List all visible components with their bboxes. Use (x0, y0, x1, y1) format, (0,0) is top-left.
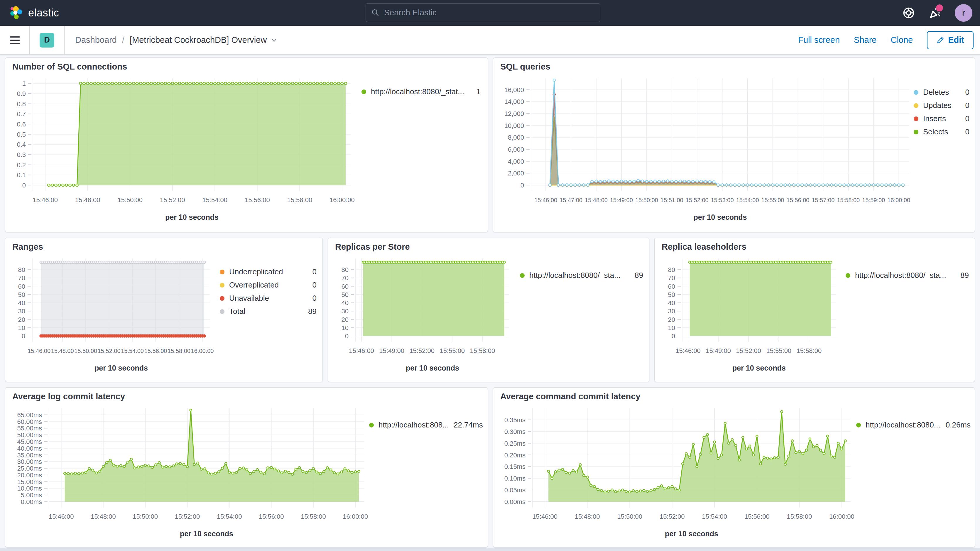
svg-text:35.00ms: 35.00ms (18, 452, 42, 459)
panel-title[interactable]: Replica leaseholders (662, 242, 746, 252)
svg-text:15:58:00: 15:58:00 (797, 347, 822, 354)
legend-swatch (369, 423, 374, 427)
svg-text:per 10 seconds: per 10 seconds (180, 530, 233, 538)
chart-canvas[interactable]: 15:46:0015:49:0015:52:0015:55:0015:58:00… (332, 251, 514, 380)
svg-text:50: 50 (342, 291, 348, 298)
panel-title[interactable]: Ranges (12, 242, 43, 252)
svg-text:10,000: 10,000 (504, 122, 524, 129)
panel-sql-connections: Number of SQL connections 15:46:0015:48:… (5, 57, 488, 233)
svg-text:15:46:00: 15:46:00 (27, 348, 51, 354)
legend-item[interactable]: Underreplicated 0 (220, 267, 317, 276)
legend-item[interactable]: Unavailable 0 (220, 294, 317, 303)
svg-text:15:55:00: 15:55:00 (761, 197, 784, 203)
chart-canvas[interactable]: 15:46:0015:48:0015:50:0015:52:0015:54:00… (10, 251, 215, 380)
svg-text:15:58:00: 15:58:00 (787, 513, 812, 520)
breadcrumb-dashboard[interactable]: Dashboard (75, 35, 117, 45)
svg-text:15:49:00: 15:49:00 (706, 347, 731, 354)
legend-item[interactable]: http://localhost:8080/_stat... 1 (361, 87, 479, 96)
dashboard-app-badge[interactable]: D (40, 33, 54, 48)
svg-text:40: 40 (342, 299, 348, 307)
legend-item[interactable]: http://localhost:8080/_sta... 89 (846, 271, 969, 280)
svg-text:16:00:00: 16:00:00 (191, 348, 214, 354)
svg-text:0: 0 (345, 333, 348, 340)
svg-text:15:56:00: 15:56:00 (259, 513, 284, 520)
svg-text:16:00:00: 16:00:00 (329, 196, 355, 204)
svg-text:15:58:00: 15:58:00 (837, 197, 860, 203)
legend-item[interactable]: http://localhost:808... 22.74ms (369, 420, 480, 430)
panel-title[interactable]: Replicas per Store (335, 242, 410, 252)
search-input[interactable] (383, 8, 595, 18)
svg-text:0.25ms: 0.25ms (504, 440, 525, 447)
dashboard-page: elastic (0, 0, 980, 551)
legend-item[interactable]: Updates 0 (914, 101, 969, 110)
svg-text:2,000: 2,000 (508, 170, 524, 177)
svg-text:0.00ms: 0.00ms (504, 498, 525, 505)
svg-text:65.00ms: 65.00ms (18, 411, 42, 419)
svg-text:15:46:00: 15:46:00 (349, 347, 374, 354)
svg-text:15:50:00: 15:50:00 (635, 197, 658, 203)
svg-text:40: 40 (668, 299, 675, 307)
newsfeed-icon[interactable] (928, 6, 942, 20)
chart-canvas[interactable]: 15:46:0015:49:0015:52:0015:55:0015:58:00… (659, 251, 841, 380)
svg-text:0.5: 0.5 (17, 131, 26, 138)
svg-text:0.2: 0.2 (17, 161, 26, 169)
svg-text:0.15ms: 0.15ms (504, 463, 525, 470)
chart-canvas[interactable]: 15:46:0015:47:0015:48:0015:49:0015:50:00… (497, 71, 914, 229)
user-avatar[interactable]: r (955, 4, 972, 22)
svg-text:15:49:00: 15:49:00 (610, 197, 633, 203)
full-screen-button[interactable]: Full screen (798, 35, 840, 45)
svg-text:16:00:00: 16:00:00 (343, 513, 368, 520)
divider (29, 26, 30, 54)
chart-canvas[interactable]: 15:46:0015:48:0015:50:0015:52:0015:54:00… (10, 71, 356, 229)
panel-title[interactable]: SQL queries (500, 62, 550, 72)
svg-text:80: 80 (342, 266, 348, 274)
svg-text:70: 70 (668, 274, 675, 282)
horizontal-scrollbar[interactable] (0, 548, 980, 551)
chart-canvas[interactable]: 15:46:0015:48:0015:50:0015:52:0015:54:00… (10, 400, 369, 546)
svg-text:30.00ms: 30.00ms (18, 458, 42, 465)
svg-text:0.3: 0.3 (17, 151, 26, 158)
svg-text:20: 20 (668, 316, 675, 323)
legend-item[interactable]: Deletes 0 (914, 88, 969, 97)
svg-text:20: 20 (342, 316, 348, 323)
svg-text:8,000: 8,000 (508, 134, 524, 141)
panel-title[interactable]: Average log commit latency (12, 392, 125, 401)
svg-text:15:56:00: 15:56:00 (787, 197, 810, 203)
svg-text:15:50:00: 15:50:00 (617, 513, 642, 520)
svg-text:per 10 seconds: per 10 seconds (693, 213, 747, 221)
legend-item[interactable]: Selects 0 (914, 127, 969, 137)
svg-text:per 10 seconds: per 10 seconds (732, 364, 786, 372)
svg-text:0.8: 0.8 (17, 100, 26, 108)
global-search[interactable] (366, 3, 600, 22)
svg-text:10: 10 (342, 324, 348, 331)
legend-item[interactable]: http://localhost:8080/_sta... 89 (520, 271, 643, 280)
svg-text:15:46:00: 15:46:00 (49, 513, 74, 520)
svg-text:15:48:00: 15:48:00 (75, 196, 100, 204)
edit-button[interactable]: Edit (927, 31, 974, 49)
svg-text:15:56:00: 15:56:00 (144, 348, 167, 354)
svg-text:15:56:00: 15:56:00 (745, 513, 770, 520)
svg-text:40: 40 (18, 299, 25, 307)
chart-canvas[interactable]: 15:46:0015:48:0015:50:0015:52:0015:54:00… (497, 400, 855, 546)
clone-button[interactable]: Clone (891, 35, 913, 45)
legend-item[interactable]: Inserts 0 (914, 114, 969, 123)
svg-text:15:54:00: 15:54:00 (736, 197, 759, 203)
svg-text:10: 10 (668, 324, 675, 331)
legend-item[interactable]: Overreplicated 0 (220, 280, 317, 290)
share-button[interactable]: Share (854, 35, 877, 45)
panel-title[interactable]: Average command commit latency (500, 392, 641, 401)
svg-text:per 10 seconds: per 10 seconds (165, 213, 219, 221)
svg-text:50: 50 (668, 291, 675, 298)
dashboard-title-menu[interactable]: [Metricbeat CockroachDB] Overview (130, 35, 278, 45)
svg-text:10.00ms: 10.00ms (18, 485, 42, 492)
svg-text:15:46:00: 15:46:00 (534, 197, 557, 203)
svg-text:per 10 seconds: per 10 seconds (94, 364, 148, 372)
svg-text:55.00ms: 55.00ms (18, 425, 42, 432)
svg-text:15:54:00: 15:54:00 (121, 348, 144, 354)
help-icon[interactable] (902, 6, 915, 20)
legend-item[interactable]: http://localhost:8080... 0.26ms (856, 420, 970, 430)
legend-item[interactable]: Total 89 (220, 307, 317, 316)
panel-title[interactable]: Number of SQL connections (12, 62, 127, 72)
menu-icon[interactable] (10, 37, 20, 44)
elastic-logo[interactable]: elastic (8, 5, 59, 21)
